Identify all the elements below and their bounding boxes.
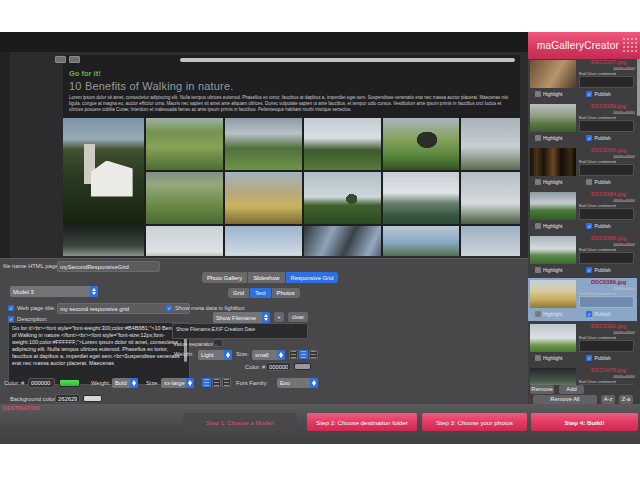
- tab-photo-gallery[interactable]: Photo Gallery: [202, 272, 248, 283]
- model-select[interactable]: Model 3: [10, 286, 98, 297]
- meta-fields-list[interactable]: Show Filename;EXIF Creation Date: [172, 323, 308, 339]
- exif-comment-input[interactable]: [579, 76, 634, 88]
- remove-all-button[interactable]: Remove All: [533, 395, 597, 404]
- title-color-swatch[interactable]: [59, 379, 80, 387]
- preview-scrollbar[interactable]: [180, 58, 515, 62]
- publish-checkbox[interactable]: [586, 179, 592, 185]
- photo-thumbnail[interactable]: [530, 148, 576, 176]
- exif-comment-input[interactable]: [579, 252, 634, 264]
- photo-list-item[interactable]: _DSC3337.jpg 4000x4000 Exif User comment…: [528, 58, 637, 101]
- align-left-button[interactable]: [202, 378, 211, 387]
- gallery-photo[interactable]: [63, 118, 144, 224]
- photo-thumbnail[interactable]: [530, 324, 576, 352]
- publish-checkbox[interactable]: [586, 223, 592, 229]
- photo-thumbnail[interactable]: [530, 104, 576, 132]
- exif-comment-input[interactable]: [579, 384, 634, 385]
- gallery-photo[interactable]: [225, 172, 302, 224]
- gallery-photo[interactable]: [146, 172, 223, 224]
- gallery-photo[interactable]: [461, 172, 520, 224]
- meta-add-button[interactable]: +: [274, 312, 284, 322]
- photo-thumbnail[interactable]: [530, 192, 576, 220]
- exif-comment-input[interactable]: [579, 340, 634, 352]
- gallery-photo[interactable]: [146, 118, 223, 170]
- preview-image-icon[interactable]: [69, 56, 80, 63]
- meta-field-select[interactable]: Show Filename: [213, 312, 270, 323]
- exif-comment-input[interactable]: [579, 208, 634, 220]
- photo-list-item[interactable]: _DSC0391.jpg 4000x4000 Exif User comment…: [528, 322, 637, 365]
- tab-text[interactable]: Text: [250, 288, 272, 298]
- tab-photos[interactable]: Photos: [272, 288, 300, 298]
- publish-checkbox[interactable]: [586, 135, 592, 141]
- gallery-photo[interactable]: [461, 118, 520, 170]
- sort-az-button[interactable]: A-z: [601, 395, 615, 404]
- step2-destination-button[interactable]: Step 2: Choose destination folder: [307, 413, 417, 431]
- meta-clear-button[interactable]: clear: [288, 312, 308, 322]
- sort-za-button[interactable]: Z-a: [619, 395, 633, 404]
- gallery-photo[interactable]: [383, 172, 459, 224]
- tab-responsive-grid[interactable]: Responsive Grid: [286, 272, 339, 283]
- step4-build-button[interactable]: Step 4: Build!: [531, 413, 638, 431]
- gallery-photo[interactable]: [383, 226, 459, 256]
- highlight-checkbox[interactable]: [535, 91, 541, 97]
- meta-color-input[interactable]: [266, 362, 291, 371]
- exif-comment-input[interactable]: [579, 120, 634, 132]
- gallery-photo[interactable]: [225, 118, 302, 170]
- photo-thumbnail[interactable]: [530, 368, 576, 385]
- highlight-checkbox[interactable]: [535, 135, 541, 141]
- filename-input[interactable]: [57, 261, 160, 272]
- gallery-photo[interactable]: [461, 226, 520, 256]
- exif-comment-input[interactable]: [579, 296, 634, 308]
- web-page-title-checkbox[interactable]: [8, 305, 14, 311]
- photo-list-item[interactable]: _DSC0388.jpg 4000x4000 Exif User comment…: [528, 234, 637, 277]
- description-textarea[interactable]: Go for it!<br><font style="font-weight:3…: [8, 322, 190, 385]
- title-color-input[interactable]: [28, 378, 55, 388]
- tab-grid[interactable]: Grid: [228, 288, 250, 298]
- gallery-photo[interactable]: [225, 226, 302, 256]
- background-color-input[interactable]: [55, 394, 80, 403]
- stepper-icon[interactable]: [277, 350, 285, 360]
- publish-checkbox[interactable]: [586, 355, 592, 361]
- stepper-icon[interactable]: [90, 286, 98, 297]
- photo-list-item[interactable]: _DSC3339.jpg 4000x4000 Exif User comment…: [528, 102, 637, 145]
- preview-columns-icon[interactable]: [55, 56, 66, 63]
- highlight-checkbox[interactable]: [535, 267, 541, 273]
- gallery-photo[interactable]: [146, 226, 223, 256]
- align-right-button[interactable]: [222, 378, 231, 387]
- gallery-photo[interactable]: [304, 172, 381, 224]
- show-meta-checkbox[interactable]: [166, 305, 172, 311]
- step3-choose-photos-button[interactable]: Step 3: Choose your photos: [422, 413, 527, 431]
- gallery-photo[interactable]: [63, 226, 144, 256]
- photo-list-item[interactable]: _DSC3345.jpg 4000x4000 Exif User comment…: [528, 146, 637, 189]
- publish-checkbox[interactable]: [586, 267, 592, 273]
- meta-weight-select[interactable]: Light: [198, 350, 232, 360]
- gallery-photo[interactable]: [304, 226, 381, 256]
- photo-thumbnail[interactable]: [530, 236, 576, 264]
- align-center-button[interactable]: [212, 378, 221, 387]
- highlight-checkbox[interactable]: [535, 223, 541, 229]
- stepper-icon[interactable]: [130, 378, 138, 388]
- photo-list-item[interactable]: _DSC0384.jpg 4000x4000 Exif User comment…: [528, 190, 637, 233]
- align-left-button[interactable]: [289, 350, 298, 359]
- align-center-button[interactable]: [299, 350, 308, 359]
- publish-checkbox[interactable]: [586, 311, 592, 317]
- align-right-button[interactable]: [309, 350, 318, 359]
- stepper-icon[interactable]: [186, 378, 194, 388]
- gallery-photo[interactable]: [383, 118, 459, 170]
- add-button[interactable]: Add: [559, 385, 584, 394]
- meta-size-select[interactable]: small: [252, 350, 285, 360]
- remove-button[interactable]: Remove: [530, 385, 554, 394]
- step1-choose-model-button[interactable]: Step 1: Choose a Model!: [183, 413, 297, 431]
- meta-color-swatch[interactable]: [294, 363, 311, 370]
- photo-list-item[interactable]: _DSC0389.jpg 4000x4000 Exif User comment…: [528, 278, 637, 321]
- stepper-icon[interactable]: [262, 312, 270, 323]
- photo-list-item[interactable]: _DSC1078.jpg 4000x4000 Exif User comment…: [528, 366, 637, 385]
- gallery-photo[interactable]: [304, 118, 381, 170]
- highlight-checkbox[interactable]: [535, 179, 541, 185]
- background-color-swatch[interactable]: [83, 395, 102, 402]
- highlight-checkbox[interactable]: [535, 311, 541, 317]
- publish-checkbox[interactable]: [586, 91, 592, 97]
- photo-thumbnail[interactable]: [530, 60, 576, 88]
- photo-thumbnail[interactable]: [530, 280, 576, 308]
- tab-slideshow[interactable]: Slideshow: [248, 272, 285, 283]
- stepper-icon[interactable]: [310, 378, 318, 388]
